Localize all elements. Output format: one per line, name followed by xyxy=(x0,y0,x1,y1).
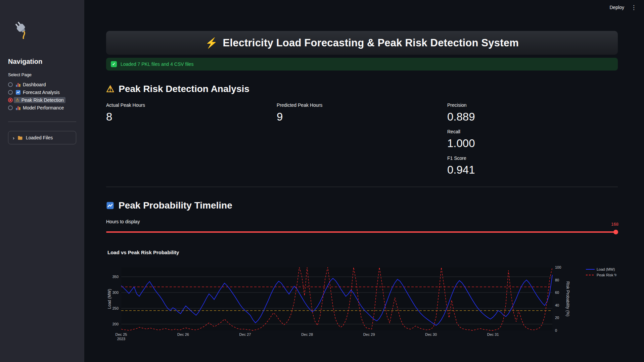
svg-text:40: 40 xyxy=(555,303,559,307)
radio-unselected-icon[interactable] xyxy=(8,105,13,110)
app-root: Navigation Select Page Dashboard Forecas… xyxy=(0,0,644,362)
svg-text:2023: 2023 xyxy=(117,337,125,341)
hours-slider[interactable]: 168 xyxy=(106,229,618,235)
timeline-section-title: Peak Probability Timeline xyxy=(119,200,232,211)
sidebar: Navigation Select Page Dashboard Forecas… xyxy=(0,0,84,362)
svg-text:20: 20 xyxy=(555,316,559,320)
chevron-right-icon: › xyxy=(13,135,14,141)
main-area: Deploy ⋮ ⚡ Electricity Load Forecasting … xyxy=(84,0,644,362)
success-alert: ✓ Loaded 7 PKL files and 4 CSV files xyxy=(106,58,618,71)
header-banner: ⚡ Electricity Load Forecasting & Peak Ri… xyxy=(106,31,618,55)
warning-icon: ⚠ xyxy=(15,98,19,102)
radio-selected-icon[interactable] xyxy=(8,98,13,102)
metrics-row: Actual Peak Hours 8 Predicted Peak Hours… xyxy=(106,102,618,182)
page-content: ⚡ Electricity Load Forecasting & Peak Ri… xyxy=(84,31,644,345)
sidebar-item-label: Dashboard xyxy=(23,82,46,87)
radio-unselected-icon[interactable] xyxy=(8,82,13,87)
sidebar-item-label: Forecast Analysis xyxy=(23,90,60,95)
svg-text:Dec 29: Dec 29 xyxy=(363,332,375,336)
svg-text:Dec 30: Dec 30 xyxy=(425,332,437,336)
check-icon: ✓ xyxy=(111,61,117,67)
lightning-icon: ⚡ xyxy=(205,37,218,49)
folder-icon xyxy=(17,135,23,140)
page-title: Electricity Load Forecasting & Peak Risk… xyxy=(223,37,519,49)
analysis-section-title: Peak Risk Detection Analysis xyxy=(119,83,249,95)
svg-text:Dec 26: Dec 26 xyxy=(177,332,189,336)
sidebar-item-label: Peak Risk Detection xyxy=(21,97,64,103)
load-risk-chart[interactable]: 200250300350020406080100Dec 252023Dec 26… xyxy=(106,260,618,345)
section-divider xyxy=(106,187,618,187)
slider-value: 168 xyxy=(611,222,618,227)
svg-text:300: 300 xyxy=(112,291,119,295)
sidebar-divider xyxy=(8,122,76,122)
sidebar-item-model-performance[interactable]: Model Performance xyxy=(8,104,76,111)
slider-thumb[interactable] xyxy=(613,230,618,234)
svg-text:Peak Risk %: Peak Risk % xyxy=(597,273,616,277)
svg-text:Dec 31: Dec 31 xyxy=(487,332,499,336)
radio-unselected-icon[interactable] xyxy=(8,90,13,95)
svg-text:100: 100 xyxy=(555,265,561,269)
svg-text:200: 200 xyxy=(112,322,119,326)
svg-text:Load (MW): Load (MW) xyxy=(597,267,615,271)
chart-title: Load vs Peak Risk Probability xyxy=(107,250,618,255)
nav-title: Navigation xyxy=(8,58,76,65)
sidebar-item-dashboard[interactable]: Dashboard xyxy=(8,81,76,88)
svg-text:0: 0 xyxy=(555,328,557,332)
svg-text:Dec 25: Dec 25 xyxy=(116,332,127,336)
slider-track[interactable] xyxy=(106,231,618,233)
expander-label: Loaded Files xyxy=(26,135,53,140)
line-chart-icon xyxy=(15,90,21,95)
deploy-button[interactable]: Deploy xyxy=(609,5,624,10)
svg-text:Dec 28: Dec 28 xyxy=(301,332,313,336)
plug-icon xyxy=(13,20,76,40)
load-risk-chart-canvas[interactable]: 200250300350020406080100Dec 252023Dec 26… xyxy=(106,260,616,345)
metric-recall: Recall 1.000 xyxy=(447,129,618,150)
svg-text:80: 80 xyxy=(555,278,559,282)
overflow-menu-icon[interactable]: ⋮ xyxy=(631,4,637,11)
page-radio-group: Dashboard Forecast Analysis ⚠ Peak Risk … xyxy=(8,81,76,111)
warning-icon: ⚠ xyxy=(106,83,114,95)
sidebar-item-forecast-analysis[interactable]: Forecast Analysis xyxy=(8,88,76,96)
loaded-files-expander[interactable]: › Loaded Files xyxy=(8,131,76,144)
sidebar-item-peak-risk-detection[interactable]: ⚠ Peak Risk Detection xyxy=(8,96,76,104)
bar-chart-icon xyxy=(15,105,21,110)
svg-text:350: 350 xyxy=(112,275,119,279)
svg-text:Risk Probability (%): Risk Probability (%) xyxy=(565,281,570,317)
timeline-section-heading: Peak Probability Timeline xyxy=(106,200,618,211)
success-alert-text: Loaded 7 PKL files and 4 CSV files xyxy=(121,61,193,67)
svg-text:60: 60 xyxy=(555,291,559,295)
metric-predicted-peak-hours: Predicted Peak Hours 9 xyxy=(277,102,447,124)
select-page-label: Select Page xyxy=(8,72,76,77)
svg-text:250: 250 xyxy=(112,307,119,311)
app-toolbar: Deploy ⋮ xyxy=(84,0,644,15)
svg-text:Load (MW): Load (MW) xyxy=(107,289,112,309)
metric-precision: Precision 0.889 xyxy=(447,102,618,124)
metric-actual-peak-hours: Actual Peak Hours 8 xyxy=(106,102,277,124)
bar-chart-icon xyxy=(15,82,21,87)
sidebar-item-label: Model Performance xyxy=(23,105,64,110)
svg-text:Dec 27: Dec 27 xyxy=(239,332,251,336)
line-chart-icon xyxy=(106,201,114,210)
analysis-section-heading: ⚠ Peak Risk Detection Analysis xyxy=(106,83,618,95)
metric-f1-score: F1 Score 0.941 xyxy=(447,155,618,177)
hours-slider-label: Hours to display xyxy=(106,219,618,225)
